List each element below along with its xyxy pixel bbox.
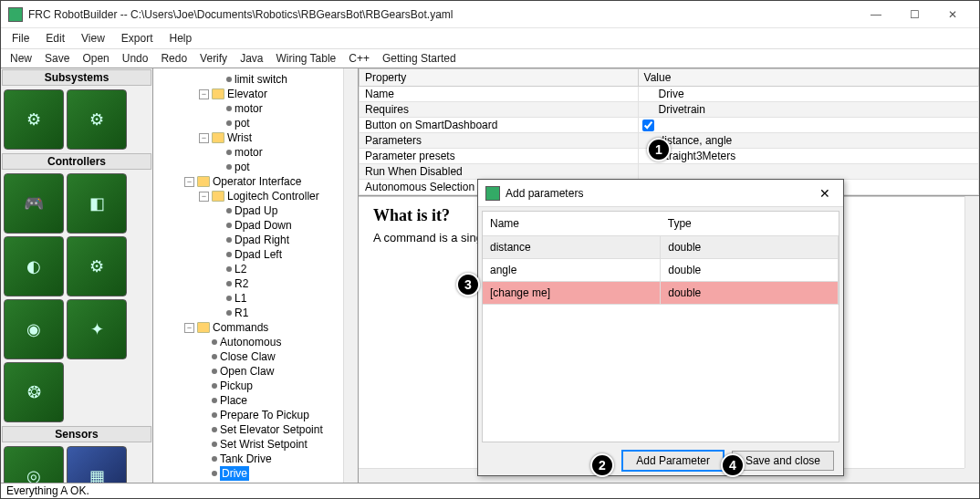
tree-item[interactable]: Set Wrist Setpoint [197,437,356,452]
tree-item[interactable]: Set Elevator Setpoint [197,422,356,437]
property-value[interactable]: Drive [638,87,978,102]
maximize-button[interactable]: ☐ [895,2,933,27]
expand-icon[interactable]: − [199,133,209,143]
minimize-button[interactable]: — [857,2,895,27]
palette-header-sensors[interactable]: Sensors [2,426,151,442]
status-bar: Everything A OK. [1,483,979,499]
palette-item[interactable]: ❂ [4,362,64,422]
property-value[interactable]: Straight3Meters [638,149,978,164]
tree-item[interactable]: Autonomous [197,335,356,349]
dialog-close-button[interactable]: ✕ [814,186,836,201]
tree-item[interactable]: Dpad Right [212,233,356,247]
prop-header-property[interactable]: Property [360,69,639,87]
palette-header-controllers[interactable]: Controllers [2,153,151,170]
tool-new[interactable]: New [5,50,37,67]
tree-item[interactable]: Pickup [197,379,356,393]
save-and-close-button[interactable]: Save and close [732,451,834,471]
callout-1: 1 [647,138,671,161]
tool-verify[interactable]: Verify [194,50,233,67]
tree-item[interactable]: Prepare To Pickup [197,408,356,422]
expand-icon[interactable]: − [199,192,209,202]
palette-item[interactable]: ▦ [67,446,127,483]
tree-scrollbar[interactable] [343,68,358,483]
tool-redo[interactable]: Redo [155,50,193,67]
property-value[interactable] [638,118,978,133]
palette-item[interactable]: ✦ [67,299,127,359]
param-name-cell[interactable]: distance [483,236,661,259]
tree-item[interactable]: Dpad Up [212,203,356,218]
tree-item[interactable]: Close Claw [197,349,356,364]
property-value[interactable] [638,164,978,180]
close-button[interactable]: ✕ [933,2,972,27]
tool-save[interactable]: Save [39,50,75,67]
tool-wiring[interactable]: Wiring Table [270,50,341,67]
add-parameter-button[interactable]: Add Parameter [621,450,725,472]
tree-item[interactable]: −Wrist [197,130,356,145]
tree-item[interactable]: −Elevator [197,87,356,101]
tree-item-label: R2 [235,276,248,291]
tree-item[interactable]: motor [212,101,356,116]
param-type-cell[interactable]: double [661,236,839,259]
tree-item[interactable]: −Logitech Controller [197,189,356,203]
tree-item[interactable]: Open Claw [197,364,356,379]
tool-open[interactable]: Open [77,50,114,67]
tree-item[interactable]: L2 [212,262,356,276]
tool-undo[interactable]: Undo [117,50,154,67]
tree-item[interactable]: R2 [212,276,356,291]
prop-header-value[interactable]: Value [638,69,978,87]
tree-item[interactable]: −Operator Interface [182,174,356,189]
tool-getting-started[interactable]: Getting Started [377,50,462,67]
menu-edit[interactable]: Edit [38,30,72,47]
param-type-cell[interactable]: double [661,282,839,305]
tree-item-label: Operator Interface [213,174,301,189]
menu-view[interactable]: View [74,30,112,47]
leaf-icon [212,339,217,345]
tree-item-label: motor [235,101,263,116]
tool-java[interactable]: Java [235,50,268,67]
menu-export[interactable]: Export [114,30,161,47]
tree-item[interactable]: −Commands [182,320,356,335]
param-header-name[interactable]: Name [483,212,661,236]
palette-item[interactable]: ◧ [67,173,127,234]
tree-view[interactable]: limit switch−Elevatormotorpot−Wristmotor… [153,68,359,483]
tree-item[interactable]: L1 [212,291,356,306]
expand-icon[interactable]: − [184,323,194,333]
palette-item[interactable]: ◐ [4,236,64,296]
menu-help[interactable]: Help [162,30,200,47]
property-checkbox[interactable] [642,120,654,131]
tree-item-label: motor [235,145,263,160]
property-value[interactable]: distance, angle [638,133,978,149]
tree-item[interactable]: pot [212,116,356,130]
tree-item[interactable]: motor [212,145,356,160]
palette-item[interactable]: ⚙ [4,89,64,150]
param-name-cell[interactable]: [change me] [483,282,661,305]
leaf-icon [226,237,232,243]
tree-item[interactable]: Dpad Down [212,218,356,233]
property-name: Button on SmartDashboard [360,118,639,133]
palette-item[interactable]: ◎ [4,446,64,483]
tree-item[interactable]: Place [197,393,356,408]
palette-item[interactable]: ◉ [4,299,64,359]
leaf-icon [226,150,232,155]
tool-cpp[interactable]: C++ [343,50,375,67]
palette-item[interactable]: 🎮 [4,173,64,234]
tree-item[interactable]: pot [212,160,356,174]
expand-icon[interactable]: − [199,89,209,99]
menu-file[interactable]: File [5,30,36,47]
tree-item[interactable]: Tank Drive [197,452,356,466]
param-header-type[interactable]: Type [661,212,839,236]
palette-item[interactable]: ⚙ [67,236,127,296]
palette-item[interactable]: ⚙ [67,89,127,150]
param-type-cell[interactable]: double [661,259,839,282]
tree-item[interactable]: R1 [212,306,356,320]
leaf-icon [226,164,232,170]
palette-header-subsystems[interactable]: Subsystems [2,69,151,86]
tree-item[interactable]: Dpad Left [212,247,356,262]
tree-item[interactable]: Drive [197,466,356,481]
expand-icon[interactable]: − [184,177,194,187]
info-scrollbar-v[interactable] [964,196,979,468]
dialog-titlebar[interactable]: Add parameters ✕ [478,180,843,207]
tree-item[interactable]: limit switch [212,72,356,87]
param-name-cell[interactable]: angle [483,259,661,282]
property-value[interactable]: Drivetrain [638,102,978,118]
